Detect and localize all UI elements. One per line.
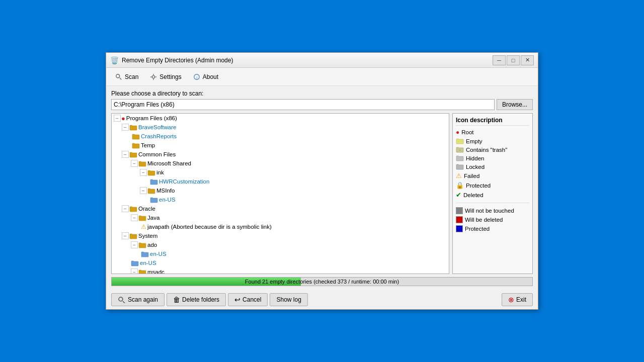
legend-locked: Locked [456,163,529,170]
about-icon: i [193,73,201,80]
expander[interactable]: − [122,124,129,131]
delete-folders-label: Delete folders [182,296,219,303]
tree-item-name: Common Files [138,151,176,157]
exit-button[interactable]: ⊗ Exit [502,293,533,306]
exit-icon: ⊗ [508,296,514,304]
folder-icon [150,178,158,185]
tree-item-name: HWRCustomization [159,178,209,185]
no-touch-color [456,207,463,214]
folder-icon [129,151,137,158]
delete-folders-button[interactable]: 🗑 Delete folders [167,293,226,306]
scan-again-icon [118,296,126,303]
scan-icon [115,73,123,80]
tree-row[interactable]: en-US [112,258,449,267]
deleted-icon: ✔ [456,191,461,199]
folder-icon [147,188,155,194]
svg-text:~: ~ [459,148,461,152]
progress-text: Found 21 empty directories (checked 373 … [112,278,532,286]
locked-folder-icon [456,163,464,170]
browse-button[interactable]: Browse... [497,99,533,110]
protected-color [456,225,463,232]
folder-icon [138,269,146,275]
tree-row[interactable]: HWRCustomization [112,177,449,186]
tree-row[interactable]: − MSInfo [112,186,449,195]
scan-button[interactable]: Scan [110,71,143,82]
tree-panel[interactable]: − ● Program Files (x86) − BraveSoftware … [111,113,449,274]
folder-icon [147,169,155,176]
show-log-button[interactable]: Show log [270,293,307,306]
tree-row[interactable]: − Common Files [112,150,449,159]
expander[interactable]: − [140,169,147,176]
expander[interactable]: − [131,160,138,167]
minimize-button[interactable]: ─ [493,55,506,65]
expander[interactable]: − [122,205,129,212]
tree-row[interactable]: − ● Program Files (x86) [112,114,449,123]
delete-icon: 🗑 [173,296,180,304]
cancel-button[interactable]: ↩ Cancel [228,293,268,306]
maximize-button[interactable]: □ [507,55,520,65]
tree-item-name: Temp [141,142,155,148]
tree-row[interactable]: − Microsoft Shared [112,159,449,168]
legend-deleted: ✔ Deleted [456,191,529,199]
expander[interactable]: − [122,151,129,158]
failed-icon: ⚠ [456,172,462,179]
folder-icon [141,251,149,257]
expander[interactable]: − [140,187,147,194]
title-bar: 🗑️ Remove Empty Directories (Admin mode)… [106,53,538,68]
expander[interactable]: − [131,268,138,274]
tree-row[interactable]: − System [112,231,449,240]
tree-row[interactable]: − Oracle [112,204,449,213]
tree-row[interactable]: − msadc [112,267,449,274]
tree-row[interactable]: − ado [112,240,449,249]
folder-icon [131,260,139,266]
close-button[interactable]: ✕ [521,55,534,65]
tree-row[interactable]: Temp [112,141,449,150]
cancel-label: Cancel [243,296,261,303]
bottom-bar: Scan again 🗑 Delete folders ↩ Cancel Sho… [106,290,538,309]
scan-again-button[interactable]: Scan again [111,293,165,306]
expander[interactable]: − [114,115,121,122]
tree-item-name: CrashReports [141,133,177,139]
directory-prompt: Please choose a directory to scan: [111,90,533,97]
tree-item-name: Oracle [138,206,155,212]
root-legend-icon: ● [456,129,459,136]
expander[interactable]: − [131,241,138,248]
folder-icon [150,197,158,203]
tree-row[interactable]: − BraveSoftware [112,123,449,132]
tree-row[interactable]: CrashReports [112,132,449,141]
folder-icon [138,242,146,248]
progress-bar-container: Found 21 empty directories (checked 373 … [111,277,533,286]
svg-line-1 [120,77,122,79]
expander[interactable]: − [131,214,138,221]
scan-again-label: Scan again [128,296,158,303]
trash-folder-icon: ~ [456,146,464,153]
tree-item-name: en-US [140,260,156,266]
window-controls: ─ □ ✕ [493,55,534,65]
svg-point-10 [119,297,123,301]
directory-row: Browse... [111,99,533,110]
tree-row[interactable]: − Java [112,213,449,222]
legend-empty: Empty [456,138,529,144]
folder-icon [132,142,140,149]
legend-deleted-label: Deleted [463,192,484,198]
about-button[interactable]: i About [188,71,223,82]
warning-icon: ⚠ [141,223,146,230]
settings-label: Settings [159,73,181,80]
legend-root-label: Root [461,129,473,135]
tree-row[interactable]: − ink [112,168,449,177]
tree-item-name: ink [156,169,164,175]
main-area: − ● Program Files (x86) − BraveSoftware … [111,113,533,274]
tree-row[interactable]: en-US [112,195,449,204]
tree-row[interactable]: en-US [112,249,449,258]
legend-trash: ~ Contains "trash" [456,146,529,153]
legend-title: Icon description [456,117,529,126]
expander[interactable]: − [122,232,129,239]
directory-input[interactable] [111,99,495,110]
settings-button[interactable]: Settings [145,71,186,82]
bottom-left: Scan again 🗑 Delete folders ↩ Cancel Sho… [111,293,308,306]
legend-root: ● Root [456,129,529,136]
tree-row[interactable]: ⚠ javapath (Aborted because dir is a sym… [112,222,449,231]
main-window: 🗑️ Remove Empty Directories (Admin mode)… [106,52,538,310]
hidden-folder-icon [456,155,464,161]
content-area: Please choose a directory to scan: Brows… [106,86,538,290]
